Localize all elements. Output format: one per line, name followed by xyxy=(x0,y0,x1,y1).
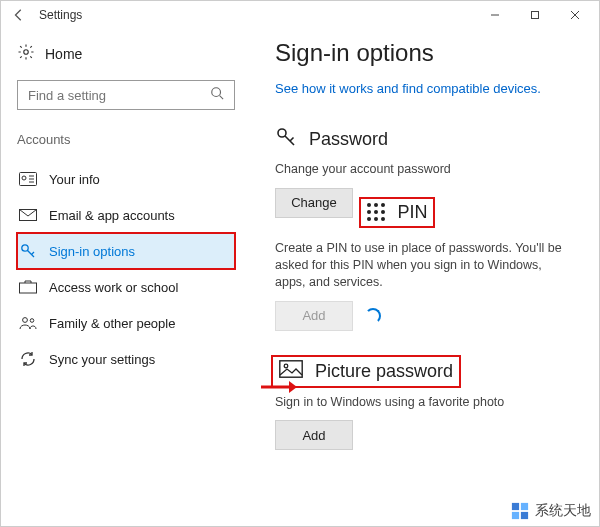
watermark-logo-icon xyxy=(511,502,529,520)
sidebar-item-label: Access work or school xyxy=(49,280,178,295)
sidebar-item-label: Family & other people xyxy=(49,316,175,331)
password-heading: Password xyxy=(275,126,575,153)
person-card-icon xyxy=(19,172,37,186)
password-heading-text: Password xyxy=(309,129,388,150)
picture-heading: Picture password xyxy=(279,360,453,383)
sidebar-item-label: Sign-in options xyxy=(49,244,135,259)
arrow-annotation xyxy=(261,379,297,395)
mail-icon xyxy=(19,209,37,221)
password-desc: Change your account password xyxy=(275,161,575,178)
picture-desc: Sign in to Windows using a favorite phot… xyxy=(275,394,575,411)
svg-point-6 xyxy=(22,176,26,180)
svg-point-11 xyxy=(22,245,28,251)
close-button[interactable] xyxy=(555,1,595,29)
picture-add-button[interactable]: Add xyxy=(275,420,353,450)
sidebar-item-work[interactable]: Access work or school xyxy=(17,269,235,305)
svg-marker-23 xyxy=(289,381,297,393)
main-pane: Sign-in options See how it works and fin… xyxy=(251,29,599,526)
maximize-button[interactable] xyxy=(515,1,555,29)
key-icon xyxy=(275,126,297,153)
pin-heading-annotation: PIN xyxy=(361,199,433,226)
svg-rect-14 xyxy=(20,283,37,293)
page-title: Sign-in options xyxy=(275,39,575,67)
sync-icon xyxy=(19,350,37,368)
sidebar-item-family[interactable]: Family & other people xyxy=(17,305,235,341)
svg-point-2 xyxy=(24,50,29,55)
back-button[interactable] xyxy=(5,1,33,29)
svg-rect-25 xyxy=(521,503,528,510)
people-icon xyxy=(19,316,37,330)
key-icon xyxy=(19,242,37,260)
svg-line-4 xyxy=(220,96,224,100)
sidebar: Home Accounts Your info Email & app acco… xyxy=(1,29,251,526)
search-input[interactable] xyxy=(28,88,210,103)
briefcase-icon xyxy=(19,280,37,294)
home-label: Home xyxy=(45,46,82,62)
gear-icon xyxy=(17,43,35,64)
pin-heading: PIN xyxy=(367,202,427,223)
picture-heading-text: Picture password xyxy=(315,361,453,382)
svg-point-16 xyxy=(30,319,34,323)
window-title: Settings xyxy=(39,8,82,22)
minimize-button[interactable] xyxy=(475,1,515,29)
sidebar-item-email[interactable]: Email & app accounts xyxy=(17,197,235,233)
sidebar-item-label: Email & app accounts xyxy=(49,208,175,223)
svg-rect-20 xyxy=(280,360,302,376)
svg-line-19 xyxy=(290,138,294,142)
home-link[interactable]: Home xyxy=(17,43,235,64)
svg-line-13 xyxy=(32,252,35,255)
picture-heading-annotation: Picture password xyxy=(273,357,459,386)
sidebar-item-your-info[interactable]: Your info xyxy=(17,161,235,197)
svg-point-15 xyxy=(23,318,28,323)
help-link[interactable]: See how it works and find compatible dev… xyxy=(275,81,575,96)
watermark: 系统天地 xyxy=(511,502,591,520)
pin-heading-text: PIN xyxy=(397,202,427,223)
pin-add-button: Add xyxy=(275,301,353,331)
svg-rect-27 xyxy=(521,512,528,519)
sidebar-item-sync[interactable]: Sync your settings xyxy=(17,341,235,377)
svg-point-21 xyxy=(284,364,288,368)
svg-rect-24 xyxy=(512,503,519,510)
svg-rect-26 xyxy=(512,512,519,519)
category-label: Accounts xyxy=(17,132,235,147)
svg-rect-1 xyxy=(532,12,539,19)
search-box[interactable] xyxy=(17,80,235,110)
watermark-text: 系统天地 xyxy=(535,502,591,520)
search-icon xyxy=(210,86,224,104)
sidebar-item-label: Sync your settings xyxy=(49,352,155,367)
pin-desc: Create a PIN to use in place of password… xyxy=(275,240,575,291)
keypad-icon xyxy=(367,203,385,221)
loading-spinner xyxy=(365,308,381,324)
svg-point-3 xyxy=(212,88,221,97)
password-change-button[interactable]: Change xyxy=(275,188,353,218)
sidebar-item-label: Your info xyxy=(49,172,100,187)
sidebar-item-signin[interactable]: Sign-in options xyxy=(17,233,235,269)
titlebar: Settings xyxy=(1,1,599,29)
svg-point-17 xyxy=(278,129,286,137)
